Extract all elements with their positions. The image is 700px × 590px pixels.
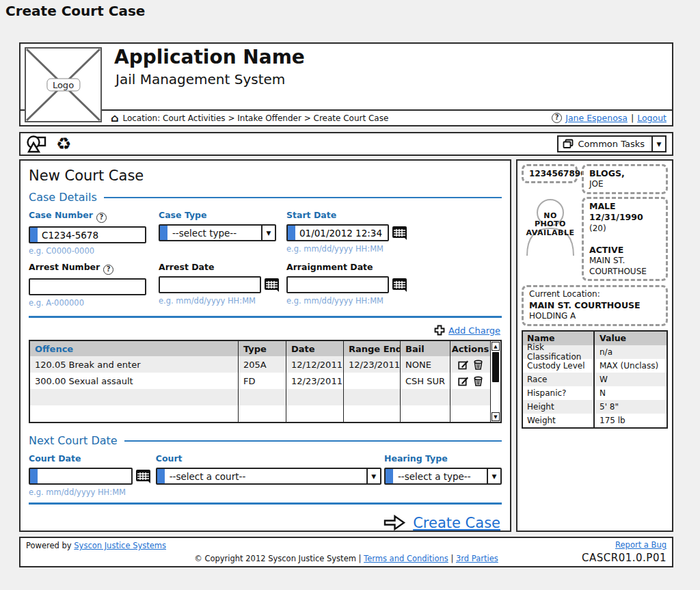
offender-age: (20) [589, 224, 606, 233]
case-number-help-icon[interactable]: ? [96, 213, 107, 223]
cell-type: FD [238, 373, 286, 389]
cell-type: 205A [238, 356, 286, 373]
cell-date: 12/23/2011 [286, 373, 343, 389]
start-date-hint: e.g. mm/dd/yyyy HH:MM [286, 244, 502, 254]
offender-photo: NO PHOTO AVAILABLE [522, 197, 579, 256]
attributes-table: Name Value Risk Classificationn/a Custod… [522, 330, 668, 429]
court-select[interactable]: --select a court-- ▼ [156, 468, 381, 485]
arrest-number-hint: e.g. A-000000 [29, 298, 159, 308]
case-number-input[interactable] [42, 230, 145, 241]
cell-bail: NONE [400, 356, 450, 373]
scroll-thumb[interactable] [492, 352, 499, 382]
table-row: Height5' 8" [523, 400, 667, 414]
col-offence[interactable]: Offence [30, 341, 238, 356]
cell-date: 12/12/2011 [286, 356, 343, 373]
offender-facility-line2: COURTHOUSE [589, 267, 660, 278]
court-date-input[interactable] [42, 471, 131, 482]
common-tasks-label: Common Tasks [574, 139, 651, 149]
logo-label: Logo [46, 79, 80, 92]
arraignment-date-label: Arraignment Date [286, 262, 373, 272]
windows-icon [563, 139, 574, 149]
third-parties-link[interactable]: 3rd Parties [456, 554, 498, 563]
current-location-unit: HOLDING A [529, 311, 660, 322]
offender-gender: MALE [589, 201, 660, 212]
form-title: New Court Case [29, 167, 502, 184]
court-label: Court [156, 453, 183, 464]
case-number-label: Case Number [29, 210, 93, 220]
header: Logo Application Name Jail Management Sy… [19, 42, 673, 126]
hearing-type-arrow-icon[interactable]: ▼ [487, 469, 500, 483]
report-bug-link[interactable]: Report a Bug [615, 540, 667, 550]
arrest-date-input[interactable] [166, 280, 260, 291]
home-icon[interactable]: ⌂ [111, 111, 118, 124]
syscon-link[interactable]: Syscon Justice Systems [74, 541, 166, 550]
section-next-court-date: Next Court Date [29, 434, 502, 447]
offender-summary-panel: 1234567890 BLOGS, JOE NO PHOTO AVAILABLE… [516, 159, 673, 532]
arrest-number-input[interactable] [36, 282, 145, 293]
current-location-label: Current Location: [529, 289, 660, 300]
app-name: Application Name [114, 46, 305, 68]
cell-bail: CSH SUR [400, 373, 450, 389]
arraignment-date-input[interactable] [294, 280, 388, 291]
scroll-down-icon[interactable]: ▼ [492, 412, 500, 421]
col-bail: Bail [400, 341, 450, 356]
table-row [30, 389, 490, 405]
logo-placeholder: Logo [25, 47, 102, 122]
cell-offence: 120.05 Break and enter [30, 356, 238, 373]
arraignment-date-hint: e.g. mm/dd/yyyy HH:MM [286, 296, 502, 306]
court-date-hint: e.g. mm/dd/yyyy HH:MM [29, 487, 156, 497]
recycle-icon[interactable]: ♻ [56, 135, 71, 152]
arraignment-date-calendar-icon[interactable] [391, 276, 409, 293]
edit-icon[interactable] [458, 360, 469, 370]
terms-link[interactable]: Terms and Conditions [364, 554, 448, 563]
scroll-up-icon[interactable]: ▲ [492, 342, 500, 351]
court-arrow-icon[interactable]: ▼ [366, 469, 380, 483]
table-row: 300.00 Sexual assault FD 12/23/2011 CSH … [30, 373, 490, 389]
case-type-label: Case Type [159, 210, 207, 220]
offender-status: ACTIVE [589, 245, 660, 256]
common-tasks-arrow-icon[interactable]: ▼ [651, 137, 665, 151]
user-link[interactable]: Jane Espenosa [565, 113, 628, 123]
court-date-calendar-icon[interactable] [135, 468, 152, 485]
no-photo-text: NO PHOTO AVAILABLE [522, 212, 579, 238]
case-type-arrow-icon[interactable]: ▼ [261, 226, 275, 240]
powered-by-text: Powered by [26, 541, 72, 550]
trash-icon[interactable] [473, 376, 483, 386]
create-case-link[interactable]: Create Case [413, 515, 500, 531]
common-tasks-dropdown[interactable]: Common Tasks ▼ [557, 135, 667, 152]
offender-facility-line1: MAIN ST. [589, 256, 660, 267]
table-row [30, 405, 490, 422]
help-icon[interactable]: ? [552, 113, 562, 123]
start-date-calendar-icon[interactable] [391, 224, 409, 241]
current-location-name: MAIN ST. COURTHOUSE [529, 300, 660, 311]
add-charge-link[interactable]: Add Charge [448, 325, 500, 336]
user-separator: | [631, 113, 634, 123]
section-case-details: Case Details [29, 191, 502, 204]
toolbar: ♻ Common Tasks ▼ [19, 132, 673, 156]
arrest-number-help-icon[interactable]: ? [103, 265, 113, 275]
arrest-number-label: Arrest Number [29, 262, 100, 272]
logout-link[interactable]: Logout [637, 113, 667, 123]
case-number-hint: e.g. C0000-0000 [29, 246, 159, 256]
footer: Powered by Syscon Justice Systems Report… [19, 537, 673, 567]
start-date-input[interactable] [299, 228, 388, 239]
arrest-date-calendar-icon[interactable] [263, 276, 281, 293]
start-date-label: Start Date [286, 210, 336, 220]
add-icon[interactable] [434, 325, 445, 336]
arrest-date-hint: e.g. mm/dd/yyyy HH:MM [159, 296, 286, 306]
case-type-select[interactable]: --select type-- ▼ [159, 224, 276, 241]
arrest-date-label: Arrest Date [159, 262, 215, 272]
hearing-type-select[interactable]: --select a type-- ▼ [384, 468, 502, 485]
table-scrollbar[interactable]: ▲ ▼ [490, 341, 500, 422]
table-row: Risk Classificationn/a [523, 345, 667, 359]
hearing-type-label: Hearing Type [384, 453, 448, 464]
page-title: Create Court Case [5, 3, 145, 19]
screen-id: CASCR01.0.P01 [582, 552, 667, 564]
shapes-icon[interactable] [26, 135, 48, 153]
edit-icon[interactable] [458, 376, 469, 386]
table-row: Custody LevelMAX (Unclass) [523, 359, 667, 373]
new-court-case-panel: New Court Case Case Details Case Number?… [19, 159, 511, 532]
cell-offence: 300.00 Sexual assault [30, 373, 238, 389]
trash-icon[interactable] [473, 360, 483, 370]
arrow-right-icon [383, 514, 406, 531]
